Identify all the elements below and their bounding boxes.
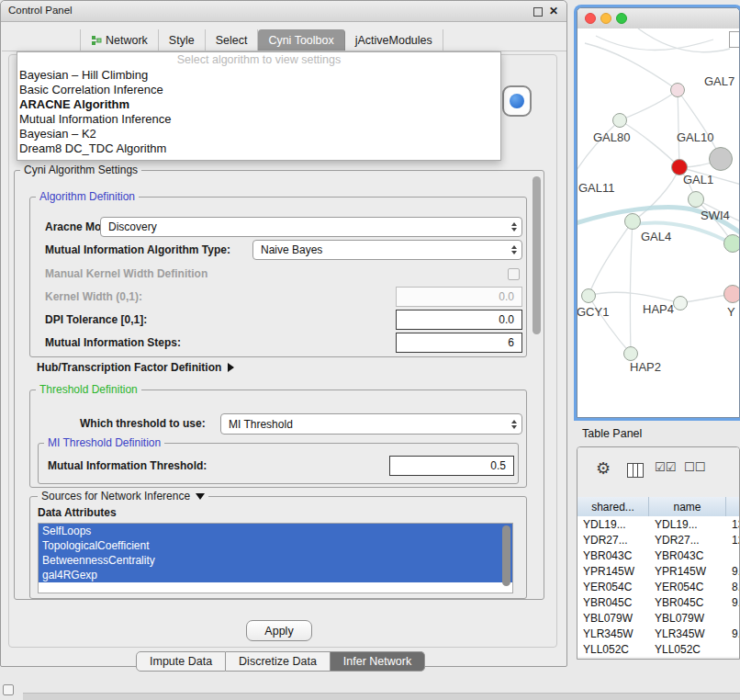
- sources-section-toggle[interactable]: Sources for Network Inference: [38, 490, 208, 502]
- network-node[interactable]: [624, 213, 641, 230]
- mi-steps-field[interactable]: 6: [396, 333, 522, 353]
- tab-cyni-toolbox[interactable]: Cyni Toolbox: [258, 29, 344, 51]
- table-row[interactable]: YDL19...YDL19...13: [577, 516, 739, 533]
- tab-select[interactable]: Select: [206, 29, 259, 51]
- close-traffic-light[interactable]: [585, 13, 596, 24]
- settings-scrollbar-thumb[interactable]: [533, 176, 541, 334]
- minimize-traffic-light[interactable]: [600, 13, 611, 24]
- table-row[interactable]: YPR145WYPR145W9.: [577, 563, 739, 580]
- tab-impute-data[interactable]: Impute Data: [136, 651, 226, 672]
- network-node[interactable]: [581, 288, 596, 303]
- apply-button[interactable]: Apply: [246, 620, 312, 641]
- gear-icon[interactable]: ⚙: [596, 458, 611, 479]
- hub-section-toggle[interactable]: Hub/Transcription Factor Definition: [37, 361, 234, 374]
- chevron-down-icon: [196, 493, 205, 500]
- dropdown-item[interactable]: Bayesian – Hill Climbing: [17, 68, 500, 83]
- dropdown-item[interactable]: Basic Correlation Inference: [17, 83, 500, 97]
- attribute-list-scrollbar-thumb[interactable]: [502, 525, 510, 586]
- cell: YBR043C: [649, 548, 726, 563]
- network-node-label: GAL7: [704, 74, 734, 88]
- algorithm-info-button[interactable]: [502, 85, 532, 117]
- manual-kernel-checkbox[interactable]: [508, 268, 520, 280]
- manual-kernel-label: Manual Kernel Width Definition: [45, 267, 207, 280]
- network-node[interactable]: [670, 83, 685, 97]
- tab-discretize-data[interactable]: Discretize Data: [226, 651, 331, 672]
- cell: YER054C: [577, 579, 649, 594]
- float-window-icon[interactable]: [533, 7, 543, 17]
- kernel-width-field[interactable]: 0.0: [396, 287, 522, 307]
- tab-style[interactable]: Style: [159, 29, 206, 51]
- network-node[interactable]: [612, 113, 627, 128]
- attribute-item-selected[interactable]: TopologicalCoefficient: [39, 538, 512, 553]
- attribute-item-selected[interactable]: gal4RGexp: [39, 568, 512, 582]
- cell: YBL079W: [649, 610, 726, 626]
- network-node[interactable]: [709, 147, 733, 171]
- mi-threshold-field[interactable]: 0.5: [389, 456, 514, 476]
- network-window-titlebar[interactable]: [577, 8, 739, 29]
- which-threshold-label: Which threshold to use:: [80, 417, 206, 430]
- network-node[interactable]: [673, 296, 688, 310]
- cell: 9.: [726, 626, 739, 641]
- mi-threshold-definition-group: MI Threshold Definition Mutual Informati…: [38, 443, 519, 484]
- attribute-item-selected[interactable]: BetweennessCentrality: [39, 553, 512, 568]
- network-node[interactable]: [723, 285, 739, 303]
- columns-icon[interactable]: [627, 463, 644, 478]
- cell: 9.: [726, 563, 739, 579]
- algorithm-definition-title: Algorithm Definition: [36, 190, 139, 203]
- table-row[interactable]: YER054CYER054C8.: [577, 579, 739, 595]
- dropdown-item[interactable]: Bayesian – K2: [17, 127, 500, 141]
- table-toolbar: ⚙ ☑☑ ☐☐: [577, 447, 739, 498]
- column-header-shared-name[interactable]: shared...: [577, 497, 649, 516]
- network-view-window: GAL7GAL80GAL10GAL11GAL1SWI4GAL4GCY1HAP4Y…: [577, 7, 740, 418]
- mi-threshold-group-title: MI Threshold Definition: [44, 436, 164, 449]
- tab-network-label: Network: [106, 34, 148, 47]
- select-all-icon[interactable]: ☑☑: [655, 460, 676, 474]
- network-node-label: HAP4: [643, 302, 674, 316]
- hub-section-label: Hub/Transcription Factor Definition: [37, 361, 221, 374]
- control-panel-titlebar[interactable]: Control Panel ✕: [1, 1, 566, 22]
- table-row[interactable]: YLL052CYLL052C: [577, 641, 739, 658]
- dropdown-item-selected[interactable]: ARACNE Algorithm: [17, 97, 500, 112]
- table-row[interactable]: YBR045CYBR045C9.: [577, 594, 739, 611]
- data-attributes-list: SelfLoops TopologicalCoefficient Between…: [38, 523, 513, 593]
- control-panel-window: Control Panel ✕ Network Style Select Cyn…: [0, 0, 567, 667]
- cell: YER054C: [649, 579, 726, 594]
- tab-cyni-toolbox-label: Cyni Toolbox: [268, 34, 333, 47]
- column-header-name[interactable]: name: [649, 497, 726, 516]
- network-node-label: GAL80: [593, 130, 630, 144]
- tab-network[interactable]: Network: [80, 29, 159, 51]
- tab-jactivemodules[interactable]: jActiveModules: [345, 29, 443, 51]
- attribute-item-selected[interactable]: SelfLoops: [39, 524, 512, 538]
- chevron-right-icon: [228, 363, 234, 372]
- table-row[interactable]: YLR345WYLR345W9.: [577, 626, 739, 642]
- network-node-label: GAL1: [683, 173, 713, 186]
- dropdown-item[interactable]: Mutual Information Inference: [17, 112, 500, 127]
- cell: 8.: [726, 579, 739, 594]
- network-canvas[interactable]: GAL7GAL80GAL10GAL11GAL1SWI4GAL4GCY1HAP4Y…: [577, 28, 739, 417]
- table-row[interactable]: YBL079WYBL079W: [577, 610, 739, 627]
- mi-type-select[interactable]: Naive Bayes: [252, 240, 522, 260]
- bottom-tabs: Impute Data Discretize Data Infer Networ…: [136, 651, 425, 672]
- sources-group: Sources for Network Inference Data Attri…: [29, 496, 527, 599]
- network-corner-widget[interactable]: [729, 31, 739, 48]
- dropdown-item[interactable]: Dream8 DC_TDC Algorithm: [17, 141, 500, 156]
- column-header-cut[interactable]: [726, 497, 739, 516]
- dpi-tolerance-field[interactable]: 0.0: [396, 310, 522, 330]
- tab-infer-network[interactable]: Infer Network: [331, 651, 425, 672]
- dpi-tolerance-label: DPI Tolerance [0,1]:: [45, 313, 147, 326]
- table-row[interactable]: YBR043CYBR043C: [577, 548, 739, 564]
- network-tab-icon: [91, 35, 102, 46]
- algorithm-definition-group: Algorithm Definition Aracne Mode: Discov…: [29, 197, 527, 357]
- which-threshold-select[interactable]: MI Threshold: [220, 413, 522, 435]
- network-node-label: GAL4: [641, 230, 671, 243]
- aracne-mode-select[interactable]: Discovery: [100, 217, 522, 237]
- network-node[interactable]: [688, 191, 704, 208]
- zoom-traffic-light[interactable]: [616, 13, 627, 24]
- close-icon[interactable]: ✕: [549, 5, 558, 17]
- collapsed-panel-icon[interactable]: [3, 684, 14, 695]
- deselect-all-icon[interactable]: ☐☐: [684, 460, 705, 474]
- table-panel-window: ⚙ ☑☑ ☐☐ shared... name YDL19...YDL19...1…: [577, 446, 740, 660]
- table-row[interactable]: YDR27...YDR27...12: [577, 532, 739, 548]
- network-node[interactable]: [623, 346, 638, 361]
- network-node[interactable]: [723, 234, 739, 253]
